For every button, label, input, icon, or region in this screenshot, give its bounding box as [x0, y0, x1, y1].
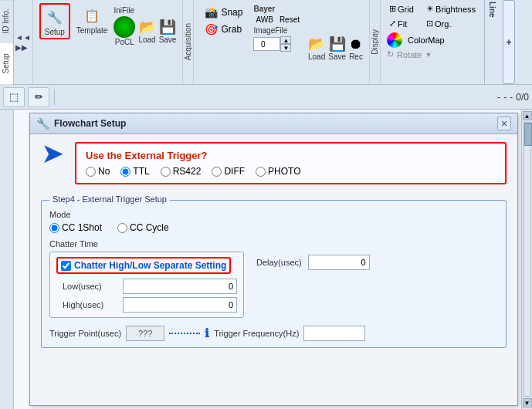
- mode-cccycle[interactable]: CC Cycle: [117, 222, 169, 233]
- sidebar-id-info[interactable]: ID Info.: [0, 0, 13, 42]
- load-button[interactable]: 📂 Load: [138, 19, 155, 44]
- scroll-down-button[interactable]: ▼: [523, 398, 532, 407]
- line-label: Line: [488, 2, 496, 18]
- dialog-close-button[interactable]: ×: [497, 117, 511, 130]
- pocl-row: PoCL 📂 Load 💾 Save: [114, 16, 176, 46]
- pocl-button[interactable]: PoCL: [114, 16, 135, 46]
- high-row: High(usec): [63, 297, 237, 313]
- wrench-icon: 🔧: [44, 6, 66, 28]
- mode-cc1shot[interactable]: CC 1Shot: [49, 222, 102, 233]
- awb-reset-row: AWB Reset: [253, 15, 302, 25]
- scroll-up-button[interactable]: ▲: [523, 111, 532, 120]
- display-side: Display: [370, 0, 381, 84]
- low-input[interactable]: [123, 279, 237, 294]
- trigger-option-no[interactable]: No: [86, 166, 110, 177]
- trigger-point-input[interactable]: [126, 326, 164, 341]
- fit-label: Fit: [398, 19, 407, 29]
- img-save-button[interactable]: 💾 Save: [328, 35, 346, 61]
- fit-button[interactable]: ⤢ Fit: [387, 18, 418, 29]
- dialog-title-text: Flowchart Setup: [54, 118, 126, 129]
- blue-arrow-icon: ➤: [41, 137, 64, 170]
- scroll-thumb[interactable]: [524, 123, 532, 146]
- img-load-button[interactable]: 📂 Load: [308, 35, 325, 61]
- bayer-label: Bayer: [253, 5, 302, 13]
- spin-arrows-acq: ▲ ▼: [280, 36, 291, 52]
- trigger-option-photo[interactable]: PHOTO: [256, 166, 300, 177]
- right-scrollbar: ▲ ▼: [521, 110, 532, 409]
- trigger-option-ttl[interactable]: TTL: [120, 166, 149, 177]
- img-rec-button[interactable]: ⏺ Rec: [349, 36, 363, 61]
- spin-input-acq[interactable]: ▲ ▼: [253, 36, 302, 52]
- img-save-label: Save: [328, 52, 346, 61]
- colormap-button[interactable]: ColorMap: [405, 35, 447, 46]
- step4-group: Step4 - External Trigger Setup Mode CC 1…: [41, 200, 507, 348]
- grab-button[interactable]: 🎯 Grab: [200, 22, 247, 37]
- awb-button[interactable]: AWB: [253, 15, 275, 25]
- paint-icon: ✏: [35, 91, 43, 103]
- acq-number-input[interactable]: [253, 37, 280, 51]
- grid-brightness-row: ⊞ Grid ☀ Brightness: [387, 3, 478, 15]
- spin-down-acq[interactable]: ▼: [280, 44, 291, 52]
- snap-button[interactable]: 📸 Snap: [200, 5, 247, 20]
- acquisition-side: Acquisition: [183, 0, 194, 84]
- brightness-label: Brightness: [435, 5, 476, 14]
- mode-radio-row: CC 1Shot CC Cycle: [49, 222, 498, 233]
- org-icon: ⊡: [426, 19, 433, 29]
- paint-tool-button[interactable]: ✏: [28, 87, 49, 107]
- high-label: High(usec): [63, 300, 117, 309]
- step4-legend: Step4 - External Trigger Setup: [49, 194, 170, 204]
- dash2: -: [503, 92, 507, 103]
- trigger-option-diff[interactable]: DIFF: [212, 166, 245, 177]
- brightness-icon: ☀: [426, 4, 434, 14]
- fit-org-row: ⤢ Fit ⊡ Org.: [387, 18, 478, 29]
- page-coords: 0/0: [516, 92, 529, 103]
- chatter-checkbox[interactable]: [61, 261, 71, 271]
- chatter-separate-label: Chatter High/Low Separate Setting: [74, 260, 226, 271]
- inifile-label: IniFile: [114, 6, 176, 15]
- snap-icon: 📸: [205, 6, 218, 19]
- bayer-col: Bayer AWB Reset ImageFile ▲ ▼: [253, 5, 302, 52]
- dialog-title-area: 🔧 Flowchart Setup: [36, 117, 126, 130]
- dialog-title-icon: 🔧: [36, 117, 49, 130]
- imagefile-load-save-row: 📂 Load 💾 Save ⏺ Rec: [308, 35, 363, 61]
- chatter-highlight-box: Chatter High/Low Separate Setting: [56, 257, 231, 274]
- select-tool-button[interactable]: ⬚: [3, 87, 25, 107]
- display-label-side: Display: [371, 29, 379, 55]
- coord-display: - - - 0/0: [497, 92, 529, 103]
- org-button[interactable]: ⊡ Org.: [424, 18, 455, 29]
- add-tab-button[interactable]: +: [503, 0, 515, 84]
- mode-section: Mode CC 1Shot CC Cycle: [49, 210, 498, 233]
- rotate-label: Rotate: [397, 50, 422, 59]
- rotate-icon: ↻: [387, 49, 394, 59]
- save-button[interactable]: 💾 Save: [159, 19, 177, 44]
- template-button[interactable]: 📋 Template: [73, 3, 111, 36]
- dash1: -: [497, 92, 500, 103]
- delay-input[interactable]: [308, 255, 370, 270]
- save-label: Save: [159, 35, 177, 44]
- imagefile-label: ImageFile: [253, 26, 302, 35]
- toolbar2: ⬚ ✏ - - - 0/0: [0, 85, 532, 110]
- setup-button[interactable]: 🔧 Setup: [39, 3, 70, 39]
- line-tab[interactable]: Line: [484, 0, 500, 84]
- sidebar-setup[interactable]: Setup: [0, 42, 13, 85]
- spin-up-acq[interactable]: ▲: [280, 36, 291, 44]
- grid-icon: ⊞: [389, 4, 396, 14]
- trigger-option-rs422[interactable]: RS422: [161, 166, 202, 177]
- tb2-sep1: [54, 90, 55, 105]
- template-label: Template: [76, 26, 108, 35]
- img-folder-icon: 📂: [308, 35, 325, 52]
- delay-row: Delay(usec): [256, 255, 370, 270]
- dialog-titlebar: 🔧 Flowchart Setup ×: [30, 113, 517, 134]
- grid-button[interactable]: ⊞ Grid: [387, 3, 418, 15]
- high-input[interactable]: [123, 297, 237, 313]
- expand-arrows[interactable]: ◄◄ ▶▶: [15, 33, 31, 52]
- brightness-button[interactable]: ☀ Brightness: [424, 3, 478, 15]
- pocl-label: PoCL: [115, 38, 134, 46]
- trigger-point-row: Trigger Point(usec) ℹ Trigger Frequency(…: [49, 326, 498, 341]
- trigger-freq-input[interactable]: [303, 326, 365, 341]
- reset-button[interactable]: Reset: [277, 15, 302, 25]
- side-labels: ID Info. Setup: [0, 0, 14, 84]
- load-label: Load: [138, 35, 155, 44]
- floppy-icon: 💾: [159, 19, 176, 35]
- trigger-question-label: Use the External Trigger?: [86, 150, 496, 161]
